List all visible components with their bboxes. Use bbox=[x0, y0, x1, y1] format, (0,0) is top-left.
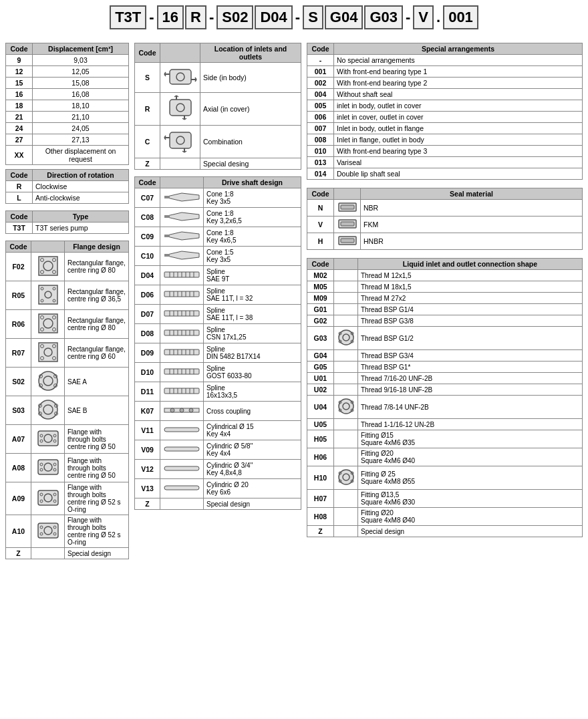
flange-code: A10 bbox=[6, 515, 31, 548]
flange-code: Z bbox=[6, 548, 31, 559]
disp-value: Other displacement on request bbox=[33, 146, 129, 165]
svg-rect-159 bbox=[341, 222, 354, 226]
displacement-row: 21 21,10 bbox=[6, 112, 129, 123]
rotation-row: R Clockwise bbox=[6, 181, 129, 192]
flange-desc: Rectangular flange, centre ring Ø 80 bbox=[65, 310, 129, 339]
conn-row: G05 Thread BSP G1* bbox=[307, 362, 583, 373]
rot-code-header: Code bbox=[6, 170, 33, 181]
conn-desc: Fitting Ø13,5Square 4xM6 Ø30 bbox=[358, 490, 583, 508]
shaft-code: D06 bbox=[135, 285, 160, 305]
shaft-desc: SplineCSN 17x1,25 bbox=[204, 324, 301, 343]
disp-value: 21,10 bbox=[33, 112, 129, 123]
seal-desc: NBR bbox=[361, 200, 583, 217]
shaft-desc: Cone 1:8Key 4x6,5 bbox=[204, 227, 301, 247]
sa-code: 014 bbox=[307, 168, 334, 180]
shaft-desc: Cone 1:5Key 3x5 bbox=[204, 247, 301, 266]
conn-desc: Thread 7/16-20 UNF-2B bbox=[358, 373, 583, 384]
svg-rect-89 bbox=[164, 235, 170, 237]
svg-rect-48 bbox=[38, 490, 58, 505]
shaft-code: C07 bbox=[135, 188, 160, 208]
sa-code: 010 bbox=[307, 146, 334, 157]
conn-row: H10 Fitting Ø 25Square 4xM8 Ø55 bbox=[307, 466, 583, 490]
sa-desc: inlet in body, outlet in cover bbox=[334, 100, 583, 112]
conn-code: H08 bbox=[307, 508, 334, 526]
conn-desc: Thread 1-1/16-12 UN-2B bbox=[358, 419, 583, 430]
conn-code: H05 bbox=[307, 430, 334, 448]
disp-code-header: Code bbox=[6, 43, 33, 55]
inlet-outlet-row: S Side (in body) bbox=[135, 63, 301, 93]
special-arrangement-row: 008 Inlet in flange, outlet in body bbox=[307, 134, 583, 146]
flange-desc: Flange with through bolts centre ring Ø … bbox=[65, 425, 129, 454]
displacement-row: 27 27,13 bbox=[6, 134, 129, 146]
conn-row: M02 Thread M 12x1,5 bbox=[307, 270, 583, 281]
conn-icon bbox=[334, 466, 358, 490]
conn-code: Z bbox=[307, 526, 334, 537]
type-table: Code Type T3T T3T series pump bbox=[5, 210, 129, 234]
drive-shaft-row: C07 Cone 1:8Key 3x5 bbox=[135, 188, 301, 208]
shaft-code: D09 bbox=[135, 343, 160, 363]
flange-code: R05 bbox=[6, 281, 31, 310]
sa-desc: Without shaft seal bbox=[334, 89, 583, 100]
seal-code: N bbox=[307, 200, 334, 217]
flange-row: A09 Flange with through bolts centre rin… bbox=[6, 482, 129, 515]
io-code: R bbox=[135, 93, 160, 126]
conn-row: Z Special design bbox=[307, 526, 583, 537]
shaft-code: K07 bbox=[135, 402, 160, 421]
conn-desc: Thread M 27x2 bbox=[358, 293, 583, 304]
conn-icon bbox=[334, 508, 358, 526]
conn-desc: Fitting Ø 25Square 4xM8 Ø55 bbox=[358, 466, 583, 490]
disp-value: 12,05 bbox=[33, 66, 129, 78]
io-desc: Combination bbox=[200, 126, 301, 158]
shaft-code: C10 bbox=[135, 247, 160, 266]
seal-icon bbox=[334, 200, 361, 217]
conn-desc: Fitting Ø20Square 4xM8 Ø40 bbox=[358, 508, 583, 526]
shaft-code: D04 bbox=[135, 266, 160, 285]
conn-desc: Thread M 18x1,5 bbox=[358, 281, 583, 293]
sa-desc: With front-end bearing type 2 bbox=[334, 78, 583, 89]
svg-point-30 bbox=[39, 400, 57, 419]
seal-icon-header bbox=[334, 188, 361, 200]
flange-code: S02 bbox=[6, 368, 31, 396]
shaft-code: D08 bbox=[135, 324, 160, 343]
shaft-code: D10 bbox=[135, 363, 160, 382]
io-desc: Side (in body) bbox=[200, 63, 301, 93]
conn-code: M09 bbox=[307, 293, 334, 304]
special-arrangement-row: 013 Variseal bbox=[307, 157, 583, 168]
conn-icon bbox=[334, 270, 358, 281]
flange-desc: Flange with through bolts centre ring Ø … bbox=[65, 515, 129, 548]
rot-dir-header: Direction of rotation bbox=[33, 170, 129, 181]
conn-row: U02 Thread 9/16-18 UNF-2B bbox=[307, 384, 583, 396]
flange-icon bbox=[31, 339, 65, 368]
sa-desc: Variseal bbox=[334, 157, 583, 168]
io-code: Z bbox=[135, 158, 160, 170]
flange-icon bbox=[31, 396, 65, 425]
shaft-icon bbox=[160, 247, 204, 266]
svg-rect-153 bbox=[164, 447, 199, 451]
special-arrangements-table: Code Special arrangements - No special a… bbox=[307, 43, 583, 180]
displacement-row: 18 18,10 bbox=[6, 100, 129, 112]
svg-point-150 bbox=[180, 408, 184, 412]
conn-row: H08 Fitting Ø20Square 4xM8 Ø40 bbox=[307, 508, 583, 526]
seal-code: H bbox=[307, 233, 334, 250]
seal-row: V FKM bbox=[307, 217, 583, 233]
disp-value: 18,10 bbox=[33, 100, 129, 112]
svg-rect-36 bbox=[38, 431, 58, 446]
separator-dot: . bbox=[436, 9, 440, 26]
sa-code: 005 bbox=[307, 100, 334, 112]
svg-rect-68 bbox=[170, 100, 191, 116]
shaft-desc: Cone 1:8Key 3,2x6,5 bbox=[204, 208, 301, 227]
drive-shaft-row: D04 SplineSAE 9T bbox=[135, 266, 301, 285]
conn-icon bbox=[334, 304, 358, 315]
svg-rect-85 bbox=[164, 196, 170, 198]
displacement-table: Code Displacement [cm³] 9 9,03 12 12,05 … bbox=[5, 43, 129, 165]
disp-value: 9,03 bbox=[33, 55, 129, 66]
code-001: 001 bbox=[443, 5, 478, 29]
seal-row: H HNBR bbox=[307, 233, 583, 250]
shaft-icon bbox=[160, 208, 204, 227]
shaft-desc-header: Drive shaft design bbox=[204, 177, 301, 188]
flange-desc-header: Flange design bbox=[65, 241, 129, 253]
flange-row: A10 Flange with through bolts centre rin… bbox=[6, 515, 129, 548]
displacement-row: 16 16,08 bbox=[6, 89, 129, 100]
separator-4: - bbox=[406, 9, 410, 26]
code-v: V bbox=[413, 5, 434, 29]
